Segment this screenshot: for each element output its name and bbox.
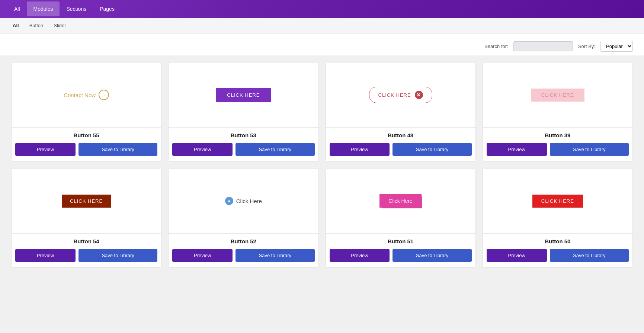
card-preview-btn-48: CLICK HERE ✕: [326, 63, 475, 128]
card-footer-btn-48: Button 48 Preview Save to Library: [326, 128, 475, 161]
card-actions-btn-55: Preview Save to Library: [15, 143, 157, 156]
card-actions-btn-53: Preview Save to Library: [172, 143, 314, 156]
card-footer-btn-39: Button 39 Preview Save to Library: [483, 128, 632, 161]
card-title-btn-48: Button 48: [330, 132, 472, 138]
card-title-btn-52: Button 52: [172, 238, 314, 244]
preview-action-btn-53[interactable]: Preview: [172, 143, 233, 156]
preview-button-54[interactable]: CLICK HERE: [62, 195, 111, 208]
btn-55-text: Contact Now: [64, 92, 96, 98]
card-footer-btn-50: Button 50 Preview Save to Library: [483, 234, 632, 267]
preview-button-48[interactable]: CLICK HERE ✕: [369, 87, 432, 103]
btn-55-arrow-icon: →: [99, 90, 109, 100]
nav-all[interactable]: All: [7, 1, 27, 16]
card-title-btn-50: Button 50: [487, 238, 629, 244]
card-preview-btn-55: Contact Now →: [12, 63, 161, 128]
card-preview-btn-53: CLICK HERE: [169, 63, 318, 128]
card-title-btn-53: Button 53: [172, 132, 314, 138]
card-btn-55: Contact Now → Button 55 Preview Save to …: [11, 62, 161, 161]
btn-52-text: Click Here: [236, 198, 262, 204]
card-title-btn-54: Button 54: [15, 238, 157, 244]
subnav-slider[interactable]: Slider: [48, 19, 71, 32]
card-btn-53: CLICK HERE Button 53 Preview Save to Lib…: [168, 62, 318, 161]
card-footer-btn-53: Button 53 Preview Save to Library: [169, 128, 318, 161]
btn-48-dot-icon: ✕: [415, 91, 423, 99]
nav-modules[interactable]: Modules: [27, 1, 60, 16]
card-title-btn-51: Button 51: [330, 238, 472, 244]
sub-nav: All Button Slider: [0, 18, 644, 33]
save-action-btn-39[interactable]: Save to Library: [550, 143, 629, 156]
sort-select[interactable]: Popular Newest Oldest: [600, 41, 633, 52]
card-actions-btn-52: Preview Save to Library: [172, 249, 314, 262]
save-action-btn-51[interactable]: Save to Library: [393, 249, 471, 262]
preview-button-50[interactable]: CLICK HERE: [532, 195, 583, 208]
subnav-all[interactable]: All: [7, 19, 24, 32]
save-action-btn-48[interactable]: Save to Library: [393, 143, 471, 156]
card-btn-51: Click Here Button 51 Preview Save to Lib…: [326, 168, 476, 268]
card-actions-btn-39: Preview Save to Library: [487, 143, 629, 156]
card-btn-52: ● Click Here Button 52 Preview Save to L…: [168, 168, 318, 268]
card-footer-btn-54: Button 54 Preview Save to Library: [12, 234, 161, 267]
nav-sections[interactable]: Sections: [60, 1, 93, 16]
subnav-button[interactable]: Button: [24, 19, 49, 32]
card-preview-btn-52: ● Click Here: [169, 169, 318, 234]
card-grid: Contact Now → Button 55 Preview Save to …: [0, 55, 644, 279]
btn-52-circle-icon: ●: [225, 197, 233, 205]
search-input[interactable]: [513, 41, 573, 51]
card-btn-54: CLICK HERE Button 54 Preview Save to Lib…: [11, 168, 161, 268]
card-btn-39: CLICK HERE Button 39 Preview Save to Lib…: [483, 62, 633, 161]
preview-button-52[interactable]: ● Click Here: [225, 197, 262, 205]
save-action-btn-54[interactable]: Save to Library: [79, 249, 157, 262]
preview-button-53[interactable]: CLICK HERE: [216, 88, 271, 102]
preview-action-btn-55[interactable]: Preview: [15, 143, 76, 156]
card-title-btn-39: Button 39: [487, 132, 629, 138]
card-footer-btn-55: Button 55 Preview Save to Library: [12, 128, 161, 161]
preview-button-39[interactable]: CLICK HERE: [531, 89, 584, 102]
card-actions-btn-51: Preview Save to Library: [330, 249, 472, 262]
btn-48-text: CLICK HERE: [378, 92, 411, 98]
card-preview-btn-39: CLICK HERE: [483, 63, 632, 128]
card-actions-btn-50: Preview Save to Library: [487, 249, 629, 262]
preview-button-55[interactable]: Contact Now →: [64, 90, 109, 100]
card-preview-btn-50: CLICK HERE: [483, 169, 632, 234]
preview-action-btn-54[interactable]: Preview: [15, 249, 76, 262]
card-footer-btn-51: Button 51 Preview Save to Library: [326, 234, 475, 267]
preview-button-51[interactable]: Click Here: [379, 194, 422, 208]
preview-action-btn-51[interactable]: Preview: [330, 249, 390, 262]
card-actions-btn-54: Preview Save to Library: [15, 249, 157, 262]
preview-action-btn-50[interactable]: Preview: [487, 249, 547, 262]
card-btn-48: CLICK HERE ✕ Button 48 Preview Save to L…: [326, 62, 476, 161]
card-preview-btn-51: Click Here: [326, 169, 475, 234]
top-nav: All Modules Sections Pages: [0, 0, 644, 18]
preview-action-btn-52[interactable]: Preview: [172, 249, 233, 262]
card-preview-btn-54: CLICK HERE: [12, 169, 161, 234]
nav-pages[interactable]: Pages: [93, 1, 121, 16]
card-footer-btn-52: Button 52 Preview Save to Library: [169, 234, 318, 267]
card-title-btn-55: Button 55: [15, 132, 157, 138]
card-actions-btn-48: Preview Save to Library: [330, 143, 472, 156]
save-action-btn-52[interactable]: Save to Library: [236, 249, 314, 262]
toolbar: Search for: Sort By: Popular Newest Olde…: [0, 33, 644, 55]
save-action-btn-53[interactable]: Save to Library: [236, 143, 314, 156]
preview-action-btn-48[interactable]: Preview: [330, 143, 390, 156]
card-btn-50: CLICK HERE Button 50 Preview Save to Lib…: [483, 168, 633, 268]
sort-label: Sort By:: [578, 44, 595, 49]
search-label: Search for:: [484, 44, 508, 49]
save-action-btn-55[interactable]: Save to Library: [79, 143, 157, 156]
preview-action-btn-39[interactable]: Preview: [487, 143, 547, 156]
save-action-btn-50[interactable]: Save to Library: [550, 249, 629, 262]
